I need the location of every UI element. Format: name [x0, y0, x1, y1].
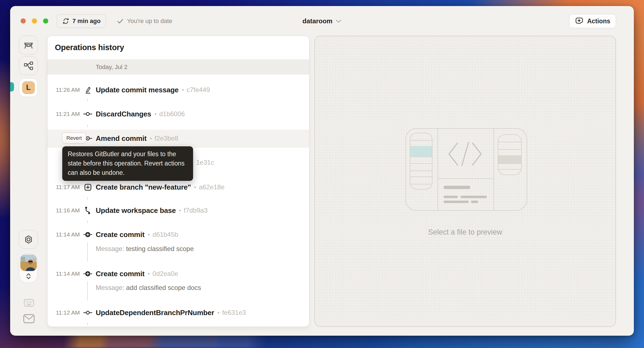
commit-message: Message: add classified scope docs	[96, 284, 201, 292]
message-value: testing classified scope	[126, 245, 194, 252]
actions-button[interactable]: Actions	[569, 14, 616, 28]
sidebar-settings-button[interactable]	[19, 230, 38, 249]
keyboard-shortcuts-icon[interactable]	[24, 299, 34, 308]
operation-hash: fe631e3	[222, 309, 246, 316]
user-avatar	[20, 255, 37, 271]
mail-feedback-icon[interactable]	[23, 314, 35, 324]
sync-icon	[62, 18, 69, 25]
operation-time: 11:17 AM	[47, 184, 80, 190]
operation-hash: f7db9a3	[184, 207, 208, 214]
operation-hash-partial: 1e31c	[196, 159, 214, 166]
bullet-separator	[150, 135, 152, 142]
timeline-connector	[87, 323, 88, 325]
sidebar-workspace-button[interactable]	[19, 36, 38, 55]
sidebar-project-button[interactable]: L	[19, 78, 38, 97]
bullet-separator	[148, 271, 150, 277]
timeline-connector	[87, 281, 88, 301]
operation-row-hovered[interactable]: Amend commit f2e3be8	[47, 129, 309, 147]
operation-title: Update commit message	[96, 86, 179, 94]
commit-icon	[80, 310, 96, 315]
actions-label: Actions	[587, 18, 610, 25]
unfold-chevrons-icon	[25, 273, 32, 280]
panel-title: Operations history	[47, 36, 309, 59]
operation-title: DiscardChanges	[96, 110, 151, 118]
status-label: You're up to date	[127, 18, 172, 25]
bullet-separator	[154, 111, 156, 117]
project-selector[interactable]: dataroom	[303, 14, 341, 28]
operation-time: 11:21 AM	[47, 111, 80, 117]
illustration-divider	[438, 178, 493, 179]
update-base-branch-icon	[80, 206, 96, 215]
zoom-window-button[interactable]	[43, 18, 48, 24]
date-group-label: Today, Jul 2	[96, 64, 128, 71]
bullet-separator	[179, 207, 181, 214]
commit-icon	[80, 112, 96, 116]
operation-hash: 0d2ea0e	[152, 270, 178, 278]
operation-title: Update workspace base	[96, 206, 176, 215]
operation-hash: d61b45b	[152, 231, 178, 238]
text-placeholder-bar	[461, 196, 487, 198]
timeline-connector	[87, 220, 88, 223]
operation-title: UpdateDependentBranchPrNumber	[96, 309, 214, 317]
operation-row[interactable]: 11:12 AM UpdateDependentBranchPrNumber f…	[47, 304, 309, 322]
illustration-right-lane	[498, 134, 522, 175]
operation-hash: f2e3be8	[154, 135, 178, 142]
operation-row[interactable]: 11:16 AM Update workspace base f7db9a3	[47, 201, 309, 219]
bullet-separator	[194, 184, 196, 190]
preview-placeholder-text: Select a file to preview	[315, 228, 615, 236]
actions-sparkle-icon	[575, 17, 584, 25]
illustration-divider	[493, 129, 494, 210]
operation-hash: d1b6006	[159, 110, 185, 118]
workbench-table-icon	[24, 41, 33, 49]
revert-tooltip: Restores GitButler and your files to the…	[62, 146, 193, 181]
bullet-separator	[182, 87, 184, 93]
file-preview-panel: Select a file to preview	[314, 36, 616, 327]
sidebar-branches-button[interactable]	[19, 56, 38, 75]
create-commit-icon	[80, 270, 96, 277]
sync-status-button[interactable]: 7 min ago	[57, 14, 106, 28]
illustration-divider	[437, 129, 438, 210]
gear-icon	[24, 235, 33, 244]
branches-graph-icon	[24, 61, 33, 70]
operation-row[interactable]: 11:14 AM Create commit 0d2ea0e	[47, 265, 309, 283]
create-commit-icon	[80, 231, 96, 238]
illustration-left-lane	[410, 133, 433, 190]
timeline-connector	[87, 124, 88, 127]
minimize-window-button[interactable]	[32, 18, 37, 24]
active-project-indicator	[10, 82, 14, 92]
bullet-separator	[148, 232, 150, 238]
sync-time-label: 7 min ago	[72, 18, 101, 25]
operation-row[interactable]: 11:14 AM Create commit d61b45b	[47, 226, 309, 244]
message-label: Message:	[96, 245, 124, 252]
message-label: Message:	[96, 284, 124, 291]
operation-title: Create commit	[96, 270, 145, 278]
check-icon	[117, 19, 123, 24]
operation-title: Create branch "new-feature"	[96, 183, 191, 192]
project-avatar: L	[22, 81, 35, 94]
operation-row[interactable]: 11:21 AM DiscardChanges d1b6006	[47, 105, 309, 123]
operation-time: 11:14 AM	[47, 270, 80, 277]
text-placeholder-bar	[444, 196, 458, 198]
operation-time: 11:14 AM	[47, 231, 80, 238]
text-placeholder-bar	[444, 201, 469, 203]
operation-time: 11:26 AM	[47, 87, 80, 93]
timeline-connector	[87, 99, 88, 102]
operation-time: 11:12 AM	[47, 309, 80, 316]
bullet-separator	[218, 310, 219, 316]
revert-button[interactable]: Revert	[62, 133, 86, 144]
create-branch-icon	[80, 184, 96, 191]
app-window: 7 min ago You're up to date dataroom Act…	[10, 6, 634, 336]
operations-history-panel: Operations history Today, Jul 2 11:26 AM…	[47, 36, 309, 327]
operation-hash: a62e18e	[199, 183, 224, 191]
operation-row[interactable]: 11:26 AM Update commit message c7fe449	[47, 81, 309, 99]
operation-time: 11:16 AM	[47, 207, 80, 214]
text-placeholder-bar	[444, 186, 470, 189]
edit-pencil-icon	[80, 86, 96, 94]
user-account-switcher[interactable]	[19, 253, 38, 283]
close-window-button[interactable]	[21, 18, 26, 24]
project-title: dataroom	[303, 17, 332, 25]
chevron-down-icon	[336, 19, 341, 23]
operation-hash: c7fe449	[187, 86, 210, 94]
operation-title: Amend commit	[96, 134, 146, 143]
project-avatar-letter: L	[26, 83, 31, 92]
